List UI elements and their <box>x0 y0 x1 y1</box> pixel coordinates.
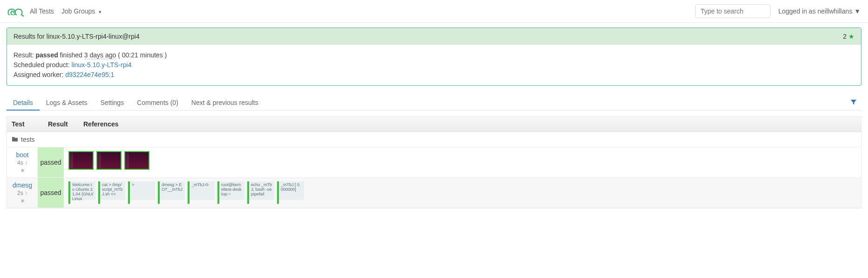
cell-references <box>64 147 861 177</box>
screenshot-thumbnail[interactable] <box>68 151 94 170</box>
result-panel-header: Results for linux-5.10.y-LTS-rpi4-linux@… <box>7 28 861 45</box>
tab-details[interactable]: Details <box>7 95 40 111</box>
tab-settings[interactable]: Settings <box>94 95 131 110</box>
snippet-body: _mTbJ [ 0.000000] <box>279 181 304 200</box>
star-count: 2 <box>843 33 847 40</box>
folder-row[interactable]: tests <box>7 132 861 147</box>
cell-test: boot 4s ↕ ⎈ <box>7 147 38 177</box>
cell-result: passed <box>38 178 64 208</box>
test-time: 4s ↕ <box>9 160 36 166</box>
col-references: References <box>79 117 861 132</box>
result-label: Result: <box>14 51 35 59</box>
user-menu-label: Logged in as neillwhillans <box>778 7 852 15</box>
result-header-right: 2 ★ <box>843 33 854 40</box>
table-header: Test Result References <box>7 117 861 132</box>
anchor-icon[interactable]: ⎈ <box>9 167 36 174</box>
test-name-link[interactable]: dmesg <box>13 181 32 189</box>
result-panel-body: Result: passed finished 3 days ago ( 00:… <box>7 45 861 85</box>
finished-ago: 3 days ago <box>84 51 116 59</box>
text-snippet[interactable]: _mTbJ-0- <box>188 181 215 204</box>
scheduled-product-link[interactable]: linux-5.10.y-LTS-rpi4 <box>72 61 132 69</box>
result-panel: Results for linux-5.10.y-LTS-rpi4-linux@… <box>7 28 861 86</box>
col-result: Result <box>43 117 79 132</box>
tab-next-previous[interactable]: Next & previous results <box>185 95 265 110</box>
assigned-line: Assigned worker: d93224e74e95:1 <box>14 70 854 80</box>
col-test: Test <box>7 117 43 132</box>
result-title: Results for linux-5.10.y-LTS-rpi4-linux@… <box>14 33 140 40</box>
anchor-icon[interactable]: ⎈ <box>9 197 36 204</box>
snippet-body: root@kerneltest-desktop:~ <box>219 181 244 200</box>
scheduled-line: Scheduled product: linux-5.10.y-LTS-rpi4 <box>14 60 854 70</box>
page: Results for linux-5.10.y-LTS-rpi4-linux@… <box>0 23 868 213</box>
cell-result: passed <box>38 147 64 177</box>
screenshot-thumbnail[interactable] <box>124 151 149 170</box>
folder-icon <box>12 136 18 143</box>
link-icon[interactable]: ↕ <box>25 160 27 166</box>
screenshot-thumbnail[interactable] <box>96 151 122 170</box>
finished-word: finished <box>58 51 84 59</box>
scheduled-label: Scheduled product: <box>14 61 72 69</box>
text-snippet[interactable]: dmesg > EOT__mTbJ <box>158 181 185 204</box>
text-snippet[interactable]: > <box>128 181 155 204</box>
link-icon[interactable]: ↕ <box>25 190 27 196</box>
test-name-link[interactable]: boot <box>16 151 28 159</box>
test-time: 2s ↕ <box>9 190 36 196</box>
snippet-body: echo _mTbJ; bash -oe pipefail <box>249 181 274 200</box>
cell-references: Welcome to Ubuntu 21.04 (GNU/Linux cat >… <box>64 178 861 208</box>
details-table: Test Result References tests boot 4s ↕ ⎈… <box>7 116 861 208</box>
table-row: boot 4s ↕ ⎈ passed <box>7 147 861 178</box>
table-row: dmesg 2s ↕ ⎈ passed Welcome to Ubuntu 21… <box>7 178 861 208</box>
assigned-label: Assigned worker: <box>14 71 65 78</box>
text-snippet[interactable]: cat > /tmp/script_mTbJ.sh << <box>98 181 125 204</box>
nav-job-groups-label: Job Groups <box>61 7 95 15</box>
caret-down-icon: ▼ <box>98 10 102 14</box>
duration: ( 00:21 minutes ) <box>116 51 167 59</box>
filter-icon <box>850 99 857 105</box>
tab-comments[interactable]: Comments (0) <box>130 95 185 110</box>
snippet-body: _mTbJ-0- <box>190 181 215 200</box>
snippet-body: cat > /tmp/script_mTbJ.sh << <box>100 181 125 200</box>
result-value: passed <box>35 51 58 59</box>
nav-links: All Tests Job Groups ▼ <box>30 7 102 15</box>
nav-right: Logged in as neillwhillans ▼ <box>695 4 861 18</box>
result-line: Result: passed finished 3 days ago ( 00:… <box>14 50 854 60</box>
snippet-body: dmesg > EOT__mTbJ <box>160 181 185 200</box>
star-icon[interactable]: ★ <box>848 33 854 40</box>
text-snippet[interactable]: echo _mTbJ; bash -oe pipefail <box>247 181 274 204</box>
user-menu[interactable]: Logged in as neillwhillans ▼ <box>778 7 861 15</box>
logo[interactable] <box>7 5 24 17</box>
caret-down-icon: ▼ <box>854 7 861 15</box>
tabs: Details Logs & Assets Settings Comments … <box>7 95 861 111</box>
text-snippet[interactable]: _mTbJ [ 0.000000] <box>277 181 304 204</box>
openqa-logo-icon <box>7 5 24 17</box>
cell-test: dmesg 2s ↕ ⎈ <box>7 178 38 208</box>
folder-label: tests <box>21 136 35 143</box>
tab-logs-assets[interactable]: Logs & Assets <box>40 95 94 110</box>
assigned-worker-link[interactable]: d93224e74e95:1 <box>65 71 114 78</box>
text-snippet[interactable]: root@kerneltest-desktop:~ <box>217 181 244 204</box>
filter-button[interactable] <box>846 96 861 110</box>
text-snippet[interactable]: Welcome to Ubuntu 21.04 (GNU/Linux <box>68 181 95 204</box>
snippet-body: Welcome to Ubuntu 21.04 (GNU/Linux <box>70 181 95 200</box>
nav-job-groups[interactable]: Job Groups ▼ <box>61 7 102 15</box>
nav-all-tests[interactable]: All Tests <box>30 7 54 15</box>
snippet-body: > <box>130 181 155 200</box>
search-input[interactable] <box>695 4 771 18</box>
navbar: All Tests Job Groups ▼ Logged in as neil… <box>0 0 868 23</box>
